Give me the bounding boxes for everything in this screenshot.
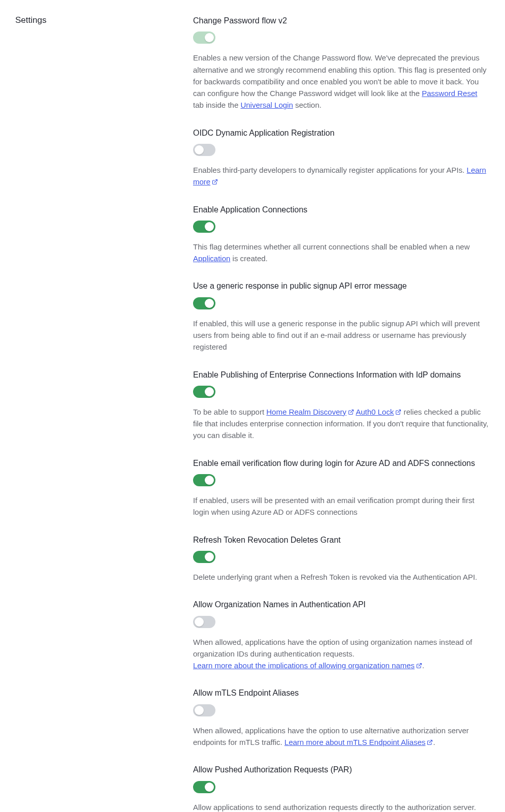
setting-desc: If enabled, this will use a generic resp… (193, 318, 490, 353)
toggle-refresh-token-revocation-deletes-grant[interactable] (193, 551, 215, 563)
desc-link-home-realm-discovery[interactable]: Home Realm Discovery (266, 408, 354, 416)
external-link-icon (395, 409, 401, 415)
setting-desc: When allowed, applications have the opti… (193, 725, 490, 748)
toggle-knob (205, 476, 214, 485)
setting-block-change-password-flow-v2: Change Password flow v2Enables a new ver… (193, 15, 490, 111)
setting-title: Enable Publishing of Enterprise Connecti… (193, 369, 490, 381)
setting-block-refresh-token-revocation-deletes-grant: Refresh Token Revocation Deletes GrantDe… (193, 535, 490, 583)
toggle-enable-email-verification-flow-during-lo[interactable] (193, 474, 215, 486)
desc-text: To be able to support (193, 408, 266, 416)
toggle-knob (195, 617, 204, 627)
setting-block-allow-pushed-authorization-requests-par: Allow Pushed Authorization Requests (PAR… (193, 764, 490, 812)
setting-title: Enable email verification flow during lo… (193, 458, 490, 469)
toggle-change-password-flow-v2 (193, 32, 215, 44)
desc-link-learn-more-about-mtls-endpoint-aliases[interactable]: Learn more about mTLS Endpoint Aliases (285, 738, 433, 746)
desc-link-password-reset[interactable]: Password Reset (422, 89, 477, 98)
toggle-knob (205, 552, 214, 561)
svg-line-3 (419, 664, 422, 667)
svg-line-4 (429, 740, 432, 743)
setting-desc: To be able to support Home Realm Discove… (193, 406, 490, 442)
setting-block-enable-publishing-of-enterprise-connecti: Enable Publishing of Enterprise Connecti… (193, 369, 490, 442)
setting-title: OIDC Dynamic Application Registration (193, 128, 490, 139)
setting-title: Change Password flow v2 (193, 15, 490, 26)
toggle-knob (205, 33, 214, 42)
setting-desc: Delete underlying grant when a Refresh T… (193, 571, 490, 583)
setting-title: Allow Organization Names in Authenticati… (193, 599, 490, 610)
desc-text: is created. (230, 254, 267, 263)
desc-text: . (422, 661, 424, 670)
desc-link-universal-login[interactable]: Universal Login (240, 101, 293, 109)
toggle-knob (205, 222, 214, 231)
setting-desc: If enabled, users will be presented with… (193, 494, 490, 518)
toggle-use-a-generic-response-in-public-signup-[interactable] (193, 297, 215, 309)
setting-block-oidc-dynamic-application-registration: OIDC Dynamic Application RegistrationEna… (193, 128, 490, 188)
toggle-knob (205, 783, 214, 792)
desc-text: Allow applications to send authorization… (193, 803, 476, 811)
setting-desc: Enables third-party developers to dynami… (193, 164, 490, 188)
sidebar-title: Settings (15, 15, 173, 25)
toggle-allow-mtls-endpoint-aliases[interactable] (193, 704, 215, 716)
external-link-icon (212, 179, 218, 185)
desc-text: tab inside the (193, 101, 240, 109)
desc-text: . (433, 738, 435, 746)
toggle-oidc-dynamic-application-registration[interactable] (193, 144, 215, 156)
desc-text: If enabled, this will use a generic resp… (193, 319, 480, 352)
setting-block-enable-application-connections: Enable Application ConnectionsThis flag … (193, 204, 490, 265)
toggle-enable-application-connections[interactable] (193, 221, 215, 233)
svg-line-1 (351, 410, 354, 413)
desc-text: This flag determines whether all current… (193, 242, 469, 251)
settings-main: Change Password flow v2Enables a new ver… (193, 15, 490, 812)
toggle-allow-pushed-authorization-requests-par[interactable] (193, 781, 215, 793)
sidebar: Settings (15, 15, 173, 25)
desc-link-application[interactable]: Application (193, 254, 230, 263)
desc-text: Delete underlying grant when a Refresh T… (193, 573, 477, 581)
setting-title: Enable Application Connections (193, 204, 490, 215)
external-link-icon (348, 409, 354, 415)
toggle-knob (195, 706, 204, 715)
toggle-knob (205, 299, 214, 308)
external-link-icon (427, 739, 433, 745)
toggle-enable-publishing-of-enterprise-connecti[interactable] (193, 386, 215, 398)
setting-desc: Allow applications to send authorization… (193, 801, 490, 812)
setting-title: Refresh Token Revocation Deletes Grant (193, 535, 490, 546)
external-link-icon (416, 663, 422, 669)
svg-line-0 (214, 180, 217, 183)
setting-desc: This flag determines whether all current… (193, 241, 490, 265)
desc-text: If enabled, users will be presented with… (193, 496, 475, 516)
setting-title: Use a generic response in public signup … (193, 280, 490, 292)
setting-title: Allow mTLS Endpoint Aliases (193, 688, 490, 699)
desc-text: section. (293, 101, 322, 109)
toggle-knob (195, 145, 204, 154)
setting-desc: When allowed, applications have the opti… (193, 636, 490, 672)
toggle-knob (205, 387, 214, 396)
desc-text: Enables third-party developers to dynami… (193, 166, 467, 174)
svg-line-2 (398, 410, 401, 413)
setting-block-use-a-generic-response-in-public-signup-: Use a generic response in public signup … (193, 280, 490, 353)
setting-block-allow-mtls-endpoint-aliases: Allow mTLS Endpoint AliasesWhen allowed,… (193, 688, 490, 748)
toggle-allow-organization-names-in-authenticati[interactable] (193, 616, 215, 628)
setting-block-enable-email-verification-flow-during-lo: Enable email verification flow during lo… (193, 458, 490, 518)
setting-title: Allow Pushed Authorization Requests (PAR… (193, 764, 490, 775)
setting-desc: Enables a new version of the Change Pass… (193, 52, 490, 111)
desc-link-auth0-lock[interactable]: Auth0 Lock (356, 408, 401, 416)
setting-block-allow-organization-names-in-authenticati: Allow Organization Names in Authenticati… (193, 599, 490, 671)
desc-text: When allowed, applications have the opti… (193, 638, 472, 658)
desc-link-learn-more-about-the-implications-of-all[interactable]: Learn more about the implications of all… (193, 661, 422, 670)
settings-layout: Settings Change Password flow v2Enables … (0, 0, 505, 812)
